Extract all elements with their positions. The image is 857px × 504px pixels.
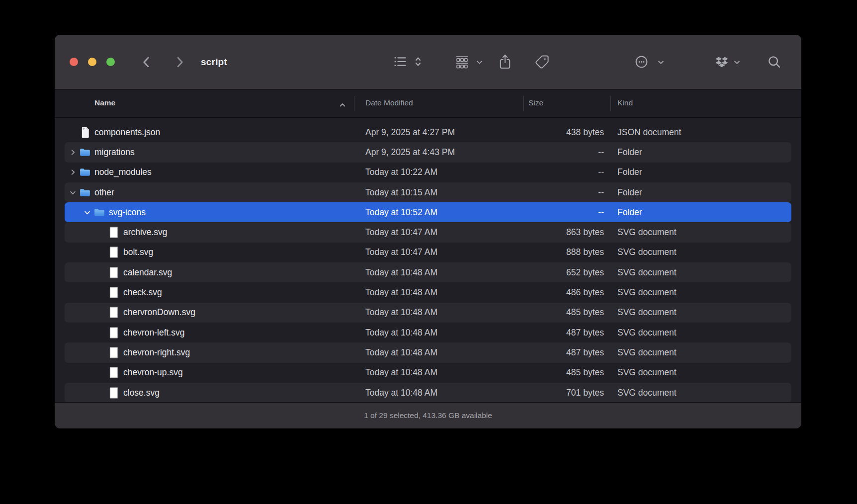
disclosure-chevron[interactable] xyxy=(96,347,106,357)
date-modified-cell: Apr 9, 2025 at 4:43 PM xyxy=(354,147,523,158)
column-divider[interactable] xyxy=(523,96,524,111)
table-row[interactable]: chevron-left.svg Today at 10:48 AM 487 b… xyxy=(65,323,791,342)
disclosure-chevron[interactable] xyxy=(68,187,78,197)
column-divider[interactable] xyxy=(354,96,354,111)
up-down-chevrons-icon xyxy=(412,56,424,68)
kind-cell: Folder xyxy=(610,147,791,158)
disclosure-chevron[interactable] xyxy=(96,267,106,277)
file-icon xyxy=(94,207,105,218)
table-row[interactable]: bolt.svg Today at 10:47 AM 888 bytes SVG… xyxy=(65,243,791,262)
view-stepper-button[interactable] xyxy=(412,56,424,70)
date-modified-cell: Today at 10:48 AM xyxy=(354,367,523,378)
size-cell: 888 bytes xyxy=(523,247,610,257)
date-modified-cell: Today at 10:48 AM xyxy=(354,328,523,338)
file-name-cell: other xyxy=(65,187,354,198)
disclosure-chevron[interactable] xyxy=(96,328,106,337)
kind-cell: SVG document xyxy=(610,267,791,278)
more-options-button[interactable] xyxy=(634,55,649,71)
list-view-icon xyxy=(393,55,407,69)
date-modified-cell: Today at 10:48 AM xyxy=(354,388,523,398)
chevron-down-icon xyxy=(657,59,665,66)
sort-ascending-icon xyxy=(339,100,346,109)
file-name: close.svg xyxy=(123,388,160,398)
dropbox-icon xyxy=(715,56,728,68)
table-row[interactable]: svg-icons Today at 10:52 AM -- Folder xyxy=(65,202,791,222)
table-row[interactable]: check.svg Today at 10:48 AM 486 bytes SV… xyxy=(65,282,791,302)
disclosure-chevron[interactable] xyxy=(68,147,78,157)
table-row[interactable]: chervronDown.svg Today at 10:48 AM 485 b… xyxy=(65,303,791,323)
group-by-button[interactable] xyxy=(455,55,469,71)
date-modified-cell: Today at 10:22 AM xyxy=(354,167,523,177)
file-icon xyxy=(108,267,119,278)
chevron-down-icon xyxy=(733,59,741,66)
disclosure-chevron[interactable] xyxy=(96,388,106,398)
dropbox-button[interactable] xyxy=(715,56,728,70)
file-name-cell: chevron-up.svg xyxy=(65,367,354,378)
more-options-chevron[interactable] xyxy=(657,59,665,68)
view-list-button[interactable] xyxy=(393,55,407,71)
file-name: other xyxy=(94,187,114,198)
tag-button[interactable] xyxy=(535,55,549,71)
forward-button[interactable] xyxy=(172,55,186,69)
table-row[interactable]: archive.svg Today at 10:47 AM 863 bytes … xyxy=(65,222,791,242)
size-cell: -- xyxy=(523,167,610,177)
disclosure-chevron[interactable] xyxy=(96,308,106,318)
dropbox-chevron[interactable] xyxy=(733,59,741,68)
window-title: script xyxy=(201,57,227,68)
file-name: calendar.svg xyxy=(123,267,172,278)
column-divider[interactable] xyxy=(610,96,611,111)
table-row[interactable]: migrations Apr 9, 2025 at 4:43 PM -- Fol… xyxy=(65,142,791,162)
disclosure-chevron[interactable] xyxy=(96,368,106,378)
file-name-cell: chevron-left.svg xyxy=(65,327,354,338)
file-name-cell: close.svg xyxy=(65,387,354,399)
disclosure-chevron[interactable] xyxy=(96,248,106,257)
share-button[interactable] xyxy=(498,54,513,72)
column-header-kind[interactable]: Kind xyxy=(617,98,633,107)
file-name-cell: check.svg xyxy=(65,287,354,298)
column-header-date-modified[interactable]: Date Modified xyxy=(365,98,413,107)
back-button[interactable] xyxy=(140,55,154,69)
file-name: migrations xyxy=(94,147,135,158)
svg-document-icon xyxy=(109,287,118,298)
size-cell: 863 bytes xyxy=(523,227,610,238)
date-modified-cell: Today at 10:15 AM xyxy=(354,187,523,198)
zoom-window-button[interactable] xyxy=(106,58,115,66)
disclosure-chevron[interactable] xyxy=(68,168,78,177)
svg-document-icon xyxy=(109,307,118,318)
file-icon xyxy=(80,127,90,138)
close-window-button[interactable] xyxy=(70,58,78,66)
column-header-size[interactable]: Size xyxy=(528,98,543,107)
disclosure-chevron[interactable] xyxy=(96,288,106,298)
disclosure-chevron[interactable] xyxy=(96,228,106,238)
table-row[interactable]: chevron-up.svg Today at 10:48 AM 485 byt… xyxy=(65,363,791,383)
table-row[interactable]: close.svg Today at 10:48 AM 701 bytes SV… xyxy=(65,383,791,402)
folder-icon xyxy=(80,148,90,157)
file-name: archive.svg xyxy=(123,227,168,238)
size-cell: 485 bytes xyxy=(523,367,610,378)
file-name-cell: components.json xyxy=(65,127,354,138)
minimize-window-button[interactable] xyxy=(88,58,96,66)
table-row[interactable]: node_modules Today at 10:22 AM -- Folder xyxy=(65,163,791,182)
file-name-cell: migrations xyxy=(65,147,354,158)
search-button[interactable] xyxy=(767,55,781,71)
disclosure-chevron[interactable] xyxy=(82,207,92,217)
kind-cell: Folder xyxy=(610,207,791,218)
titlebar: script xyxy=(55,35,801,89)
group-by-chevron[interactable] xyxy=(476,59,483,68)
file-icon xyxy=(80,147,90,158)
disclosure-chevron[interactable] xyxy=(68,127,78,137)
file-icon xyxy=(108,327,119,338)
file-icon xyxy=(108,347,119,358)
table-row[interactable]: components.json Apr 9, 2025 at 4:27 PM 4… xyxy=(65,122,791,142)
date-modified-cell: Today at 10:48 AM xyxy=(354,267,523,278)
chevron-down-icon xyxy=(84,209,91,216)
file-icon xyxy=(80,187,90,198)
file-name: chevron-left.svg xyxy=(123,328,185,338)
column-header-name[interactable]: Name xyxy=(94,98,115,107)
file-icon xyxy=(108,227,119,238)
table-row[interactable]: chevron-right.svg Today at 10:48 AM 487 … xyxy=(65,342,791,362)
table-row[interactable]: other Today at 10:15 AM -- Folder xyxy=(65,182,791,202)
date-modified-cell: Today at 10:52 AM xyxy=(354,207,523,218)
table-row[interactable]: calendar.svg Today at 10:48 AM 652 bytes… xyxy=(65,262,791,282)
date-modified-cell: Today at 10:47 AM xyxy=(354,227,523,238)
